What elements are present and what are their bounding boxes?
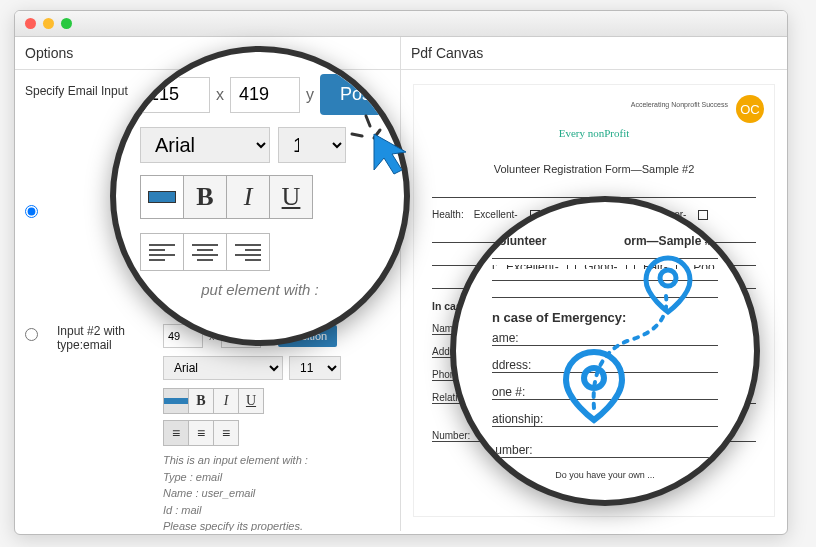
name-line: ame: [492, 331, 718, 346]
size-select-2[interactable]: 11 [289, 356, 341, 380]
address-line: ddress: [492, 358, 718, 373]
italic-button[interactable]: I [226, 175, 270, 219]
rating-row-zoom: i: Excellent- Good- Fair- Poo. [492, 265, 718, 269]
pdf-title: Volunteer Registration Form—Sample #2 [432, 163, 756, 175]
logo-text: Every nonProfit [432, 127, 756, 139]
form-title-left: Volunteer [492, 234, 546, 248]
magnifier-options: x y Position Arial 16 B I U put element … [110, 46, 410, 346]
align-right-button[interactable] [226, 233, 270, 271]
input2-desc: This is an input element with : Type : e… [163, 452, 341, 531]
tab-canvas[interactable]: Pdf Canvas [401, 37, 493, 69]
bold-button-2[interactable]: B [188, 388, 214, 414]
bold-button[interactable]: B [183, 175, 227, 219]
form-title-right: orm—Sample #2 [624, 234, 718, 248]
close-icon[interactable] [25, 18, 36, 29]
own-line: Do you have your own ... [492, 470, 718, 480]
magnifier-pdf: Volunteer orm—Sample #2 i: Excellent- Go… [450, 196, 760, 506]
size-select[interactable]: 16 [278, 127, 346, 163]
phone-line: one #: [492, 385, 718, 400]
italic-button-2[interactable]: I [213, 388, 239, 414]
brand-badge-icon: OC [736, 95, 764, 123]
relationship-line: ationship: [492, 412, 718, 427]
radio-input-1[interactable] [25, 205, 38, 218]
align-left-button-2[interactable]: ≡ [163, 420, 189, 446]
font-select[interactable]: Arial [140, 127, 270, 163]
x-label: x [210, 86, 230, 104]
radio-input-2[interactable] [25, 328, 38, 341]
font-select-2[interactable]: Arial [163, 356, 283, 380]
color-button-2[interactable] [163, 388, 189, 414]
align-left-button[interactable] [140, 233, 184, 271]
minimize-icon[interactable] [43, 18, 54, 29]
header-tabs: Options Pdf Canvas [15, 37, 787, 70]
color-button[interactable] [140, 175, 184, 219]
emergency-section-zoom: n case of Emergency: [492, 310, 718, 325]
align-center-button[interactable] [183, 233, 227, 271]
brand-tagline: Accelerating Nonprofit Success [631, 101, 728, 108]
number-line: .umber: [492, 443, 718, 458]
y-input[interactable] [230, 77, 300, 113]
align-right-button-2[interactable]: ≡ [213, 420, 239, 446]
underline-button[interactable]: U [269, 175, 313, 219]
input2-label: Input #2 with type:email [57, 324, 157, 352]
align-center-button-2[interactable]: ≡ [188, 420, 214, 446]
y-label: y [300, 86, 320, 104]
truncated-desc: put element with : [140, 281, 380, 298]
title-bar [15, 11, 787, 37]
maximize-icon[interactable] [61, 18, 72, 29]
underline-button-2[interactable]: U [238, 388, 264, 414]
